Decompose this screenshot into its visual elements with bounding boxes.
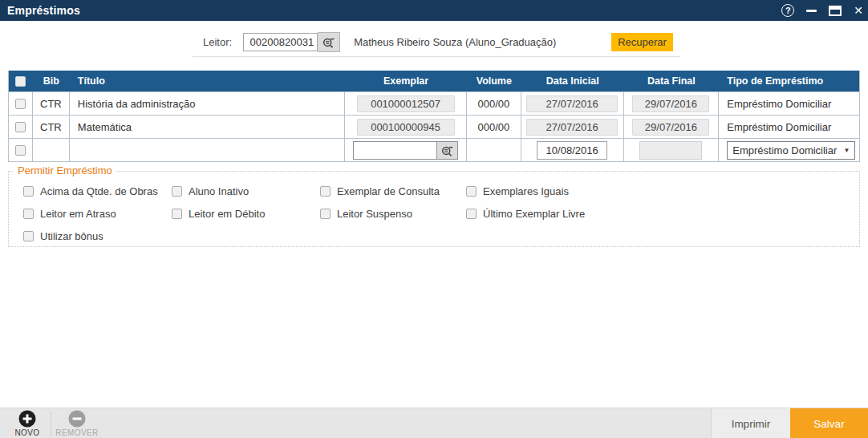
- tipo-emprestimo-selected: Empréstimo Domiciliar: [732, 144, 837, 156]
- checkbox-label: Exemplar de Consulta: [337, 185, 440, 197]
- cell-data-inicial: 27/07/2016: [526, 95, 618, 112]
- permit-loan-legend: Permitir Empréstimo: [14, 164, 116, 176]
- checkbox[interactable]: [172, 209, 182, 219]
- cell-volume: 000/00: [467, 116, 521, 138]
- table-row: CTR História da administração 0010000125…: [9, 91, 859, 115]
- new-button[interactable]: NOVO: [5, 410, 50, 437]
- cell-volume-empty: [467, 139, 521, 161]
- search-list-icon: [440, 144, 454, 157]
- remove-button-label: REMOVER: [55, 428, 98, 437]
- window-title: Empréstimos: [0, 4, 80, 17]
- checkbox-label: Aluno Inativo: [189, 185, 249, 197]
- checkbox[interactable]: [466, 186, 477, 197]
- loans-table: Bib Título Exemplar Volume Data Inicial …: [8, 71, 860, 162]
- checkbox[interactable]: [172, 186, 182, 197]
- reader-name: Matheus Ribeiro Souza (Aluno_Graduação): [354, 36, 556, 48]
- data-final-disabled: [639, 141, 702, 160]
- row-checkbox[interactable]: [15, 122, 26, 132]
- remove-button[interactable]: REMOVER: [55, 410, 99, 437]
- checkbox-ultimo-exemplar-livre[interactable]: Último Exemplar Livre: [466, 208, 585, 220]
- permit-loan-fieldset: Permitir Empréstimo Acima da Qtde. de Ob…: [8, 171, 860, 247]
- checkbox-label: Utilizar bônus: [40, 230, 103, 242]
- checkbox[interactable]: [23, 231, 34, 241]
- toolbar-separator: [51, 411, 51, 436]
- checkbox-label: Exemplares Iguais: [483, 185, 569, 197]
- header-exemplar: Exemplar: [345, 71, 467, 91]
- exemplar-lookup-button[interactable]: [436, 141, 458, 160]
- checkbox-leitor-atraso[interactable]: Leitor em Atraso: [23, 208, 116, 220]
- header-data-inicial: Data Inicial: [521, 71, 624, 91]
- checkbox-leitor-suspenso[interactable]: Leitor Suspenso: [320, 208, 412, 220]
- reader-separator: [193, 56, 680, 57]
- print-button[interactable]: Imprimir: [711, 408, 790, 438]
- table-row: CTR Matemática 000100000945 000/00 27/07…: [9, 115, 859, 138]
- cell-titulo: História da administração: [70, 92, 345, 115]
- minimize-icon[interactable]: [806, 10, 817, 12]
- checkbox-label: Leitor em Débito: [189, 208, 265, 220]
- cell-titulo-empty: [70, 139, 345, 161]
- reader-lookup-button[interactable]: [318, 32, 340, 52]
- cell-bib: CTR: [33, 116, 70, 138]
- search-list-icon: [322, 35, 335, 49]
- cell-bib: CTR: [33, 92, 70, 115]
- checkbox-leitor-debito[interactable]: Leitor em Débito: [172, 208, 265, 220]
- plus-circle-icon: [18, 410, 36, 428]
- reader-label: Leitor:: [203, 36, 232, 48]
- cell-tipo-emprestimo: Empréstimo Domiciliar: [719, 116, 859, 138]
- checkbox-aluno-inativo[interactable]: Aluno Inativo: [172, 185, 249, 197]
- close-icon[interactable]: ✕: [854, 0, 863, 21]
- table-new-row: Empréstimo Domiciliar ▼: [9, 138, 859, 161]
- cell-data-final: 29/07/2016: [632, 119, 709, 136]
- cell-exemplar: 000100000945: [357, 119, 455, 136]
- window-controls: ? ✕: [781, 0, 863, 21]
- checkbox[interactable]: [320, 209, 331, 219]
- select-all-checkbox[interactable]: [15, 76, 26, 87]
- checkbox[interactable]: [23, 186, 34, 197]
- checkbox-exemplares-iguais[interactable]: Exemplares Iguais: [466, 185, 569, 197]
- checkbox-label: Acima da Qtde. de Obras: [40, 185, 158, 197]
- cell-tipo-emprestimo: Empréstimo Domiciliar: [719, 92, 859, 115]
- cell-titulo: Matemática: [70, 116, 345, 138]
- new-button-label: NOVO: [14, 428, 39, 437]
- row-checkbox[interactable]: [15, 145, 26, 156]
- minus-circle-icon: [68, 410, 86, 428]
- header-data-final: Data Final: [624, 71, 720, 91]
- tipo-emprestimo-select[interactable]: Empréstimo Domiciliar ▼: [727, 141, 855, 160]
- checkbox-utilizar-bonus[interactable]: Utilizar bônus: [23, 230, 103, 242]
- checkbox[interactable]: [466, 209, 477, 219]
- row-checkbox[interactable]: [15, 99, 26, 109]
- reader-code-input[interactable]: [243, 33, 318, 51]
- titlebar: Empréstimos ? ✕: [0, 0, 868, 21]
- maximize-icon[interactable]: [829, 6, 842, 16]
- checkbox-label: Último Exemplar Livre: [483, 208, 585, 220]
- save-button[interactable]: Salvar: [790, 408, 868, 438]
- checkbox-label: Leitor Suspenso: [337, 208, 412, 220]
- cell-exemplar: 001000012507: [357, 95, 455, 112]
- loans-window: Empréstimos ? ✕ Leitor: Matheus Ribeiro …: [0, 0, 868, 438]
- reader-row: Leitor: Matheus Ribeiro Souza (Aluno_Gra…: [203, 31, 556, 52]
- chevron-down-icon: ▼: [843, 147, 850, 154]
- checkbox-label: Leitor em Atraso: [40, 208, 116, 220]
- recover-button[interactable]: Recuperar: [611, 33, 673, 51]
- header-titulo: Título: [70, 71, 345, 91]
- header-bib: Bib: [33, 71, 70, 91]
- help-icon[interactable]: ?: [781, 4, 794, 17]
- header-tipo-emprestimo: Tipo de Empréstimo: [719, 71, 859, 91]
- data-inicial-input[interactable]: [537, 141, 607, 160]
- checkbox-exemplar-consulta[interactable]: Exemplar de Consulta: [320, 185, 440, 197]
- cell-bib-empty: [33, 139, 70, 161]
- cell-data-final: 29/07/2016: [632, 95, 709, 112]
- checkbox[interactable]: [320, 186, 331, 197]
- exemplar-input[interactable]: [353, 141, 436, 160]
- bottom-toolbar: NOVO REMOVER Imprimir Salvar: [0, 408, 868, 438]
- cell-volume: 000/00: [467, 92, 521, 115]
- checkbox-acima-qtde-obras[interactable]: Acima da Qtde. de Obras: [23, 185, 158, 197]
- checkbox[interactable]: [23, 209, 34, 219]
- table-header-row: Bib Título Exemplar Volume Data Inicial …: [9, 71, 859, 91]
- header-volume: Volume: [467, 71, 521, 91]
- cell-data-inicial: 27/07/2016: [526, 119, 618, 136]
